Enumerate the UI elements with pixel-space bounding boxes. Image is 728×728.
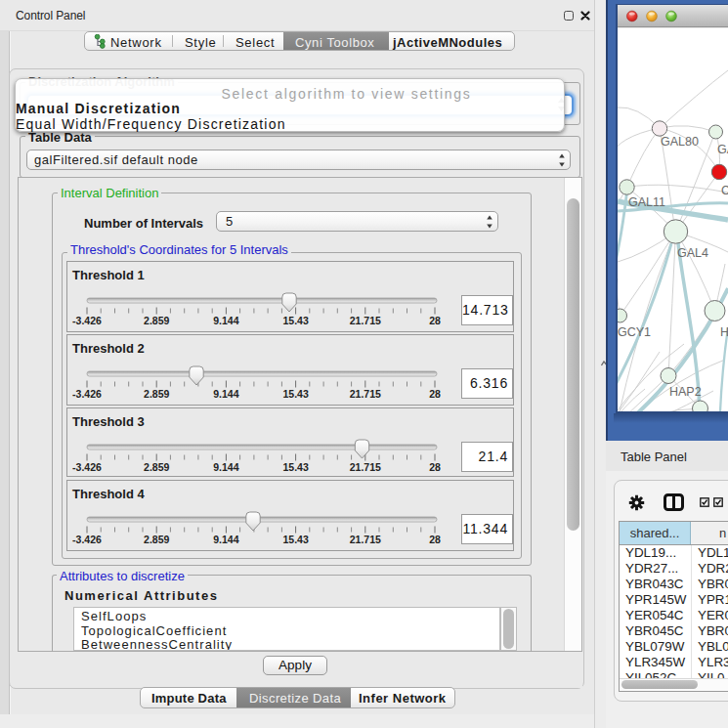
svg-text:C: C (721, 184, 728, 197)
svg-text:GA: GA (717, 143, 728, 156)
svg-text:-3.426: -3.426 (72, 534, 102, 545)
svg-text:GAL4: GAL4 (677, 246, 708, 260)
svg-text:28: 28 (429, 461, 441, 473)
svg-text:2.859: 2.859 (144, 388, 169, 400)
svg-text:21.715: 21.715 (350, 315, 381, 326)
svg-text:15.43: 15.43 (282, 388, 308, 400)
svg-text:9.144: 9.144 (213, 315, 238, 326)
svg-text:28: 28 (429, 315, 441, 326)
svg-text:28: 28 (429, 534, 441, 545)
svg-text:28: 28 (429, 388, 441, 400)
svg-text:21.715: 21.715 (350, 534, 381, 545)
svg-text:2.859: 2.859 (144, 534, 169, 545)
svg-text:GAL11: GAL11 (628, 195, 665, 209)
svg-text:9.144: 9.144 (213, 388, 238, 400)
svg-text:15.43: 15.43 (282, 461, 308, 473)
svg-text:9.144: 9.144 (213, 461, 238, 473)
svg-text:H: H (720, 325, 728, 339)
svg-text:2.859: 2.859 (144, 315, 169, 326)
svg-text:15.43: 15.43 (282, 315, 308, 326)
svg-text:GCY1: GCY1 (618, 325, 651, 339)
svg-text:-3.426: -3.426 (72, 315, 102, 326)
svg-text:21.715: 21.715 (350, 461, 381, 473)
svg-text:GAL80: GAL80 (661, 135, 699, 149)
svg-text:-3.426: -3.426 (72, 388, 102, 400)
svg-text:9.144: 9.144 (213, 534, 238, 545)
svg-text:2.859: 2.859 (144, 461, 169, 473)
svg-text:15.43: 15.43 (282, 534, 308, 545)
svg-text:-3.426: -3.426 (72, 461, 102, 473)
svg-text:21.715: 21.715 (350, 388, 381, 400)
svg-text:HAP2: HAP2 (669, 385, 702, 399)
